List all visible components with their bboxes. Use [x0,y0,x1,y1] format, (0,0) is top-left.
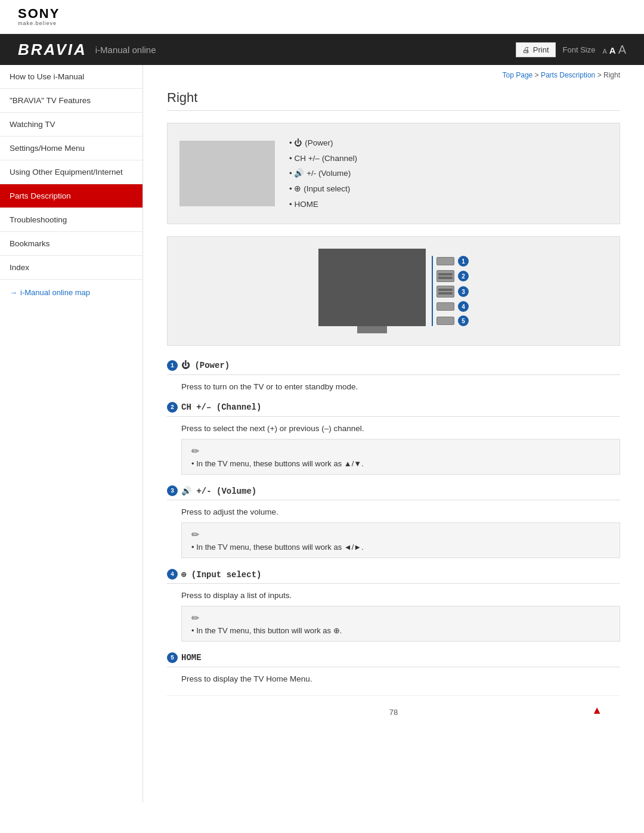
button-panel-area: 1 2 3 [432,256,469,326]
main-layout: How to Use i-Manual "BRAVIA" TV Features… [0,65,644,803]
btn-chip-ch [436,270,454,282]
section-3-desc: Press to adjust the volume. [167,507,620,516]
note-3-item: In the TV menu, these buttons will work … [191,543,610,552]
section-3-heading: 3 🔊 +/- (Volume) [167,485,620,496]
btn-label-1: 1 [458,256,469,267]
font-small-button[interactable]: A [602,48,606,55]
btn-label-4: 4 [458,301,469,312]
font-size-label: Font Size [563,45,596,54]
section-4-num: 4 [167,569,178,580]
sidebar-item-bravia-features[interactable]: "BRAVIA" TV Features [0,89,143,113]
section-5-heading: 5 HOME [167,652,620,663]
note-4-item: In the TV menu, this button will work as… [191,626,610,635]
btn-chip-vol [436,286,454,298]
page-footer: 78 ▲ [167,695,620,729]
btn-row-1: 1 [436,256,469,267]
section-3-num: 3 [167,485,178,496]
section-4-heading: 4 ⊕ (Input select) [167,569,620,580]
btn-label-5: 5 [458,315,469,326]
section-1-desc: Press to turn on the TV or to enter stan… [167,382,620,391]
section-4-note: ✏ In the TV menu, this button will work … [181,606,620,642]
btn-row-5: 5 [436,315,469,326]
font-large-button[interactable]: A [618,43,626,57]
top-header: SONY make.believe [0,0,644,34]
section-power: 1 ⏻ (Power) Press to turn on the TV or t… [167,360,620,391]
arrow-icon: → [10,288,17,297]
button-chips: 1 2 3 [436,256,469,326]
section-1-title: ⏻ (Power) [181,361,230,370]
note-icon-4: ✏ [191,612,610,624]
btn-row-2: 2 [436,270,469,282]
tv-diagram-container [318,249,426,333]
bravia-logo: BRAVIA [18,41,87,59]
tv-diagram [318,249,426,326]
overview-box: ⏻ (Power) CH +/– (Channel) 🔊 +/- (Volume… [167,123,620,224]
back-to-top-button[interactable]: ▲ [592,704,602,717]
page-title: Right [167,84,620,111]
sidebar-item-bookmarks[interactable]: Bookmarks [0,232,143,256]
section-5-desc: Press to display the TV Home Menu. [167,674,620,683]
sidebar-item-parts-description[interactable]: Parts Description [0,184,143,208]
section-5-title: HOME [181,653,202,662]
bravia-subtitle: i-Manual online [95,45,156,55]
breadcrumb-top-page[interactable]: Top Page [503,71,533,79]
section-input: 4 ⊕ (Input select) Press to display a li… [167,569,620,642]
btn-chip-home [436,317,454,325]
section-2-note: ✏ In the TV menu, these buttons will wor… [181,439,620,475]
btn-chip-input [436,302,454,311]
sidebar-item-how-to-use[interactable]: How to Use i-Manual [0,65,143,89]
section-2-num: 2 [167,402,178,413]
content-area: Top Page > Parts Description > Right Rig… [143,65,644,803]
section-3-note: ✏ In the TV menu, these buttons will wor… [181,522,620,558]
overview-item-input: ⊕ (Input select) [289,181,357,197]
btn-row-3: 3 [436,286,469,298]
bravia-bar: BRAVIA i-Manual online 🖨 Print Font Size… [0,34,644,65]
font-size-controls: A A A [602,43,626,57]
overview-item-home: HOME [289,197,357,212]
sony-logo: SONY make.believe [18,7,626,26]
overview-item-volume: 🔊 +/- (Volume) [289,166,357,181]
sidebar-item-index[interactable]: Index [0,256,143,280]
overview-list: ⏻ (Power) CH +/– (Channel) 🔊 +/- (Volume… [289,135,357,212]
section-2-heading: 2 CH +/– (Channel) [167,402,620,413]
section-volume: 3 🔊 +/- (Volume) Press to adjust the vol… [167,485,620,558]
connector-line [432,256,433,326]
sidebar-item-other-equipment[interactable]: Using Other Equipment/Internet [0,160,143,184]
section-2-title: CH +/– (Channel) [181,402,261,412]
section-4-title: ⊕ (Input select) [181,569,261,580]
note-2-item: In the TV menu, these buttons will work … [191,459,610,468]
section-home: 5 HOME Press to display the TV Home Menu… [167,652,620,683]
btn-chip-power [436,257,454,265]
section-channel: 2 CH +/– (Channel) Press to select the n… [167,402,620,475]
btn-label-3: 3 [458,286,469,297]
sidebar: How to Use i-Manual "BRAVIA" TV Features… [0,65,143,803]
section-3-title: 🔊 +/- (Volume) [181,486,256,496]
sidebar-item-settings[interactable]: Settings/Home Menu [0,137,143,160]
note-icon-2: ✏ [191,445,610,457]
section-4-desc: Press to display a list of inputs. [167,591,620,600]
print-icon: 🖨 [522,45,530,54]
section-2-desc: Press to select the next (+) or previous… [167,424,620,433]
sidebar-item-troubleshooting[interactable]: Troubleshooting [0,208,143,232]
font-medium-button[interactable]: A [609,45,616,55]
overview-item-channel: CH +/– (Channel) [289,151,357,166]
tv-thumbnail-overview [179,141,275,206]
tv-stand [357,326,387,333]
bravia-controls: 🖨 Print Font Size A A A [516,42,626,57]
breadcrumb: Top Page > Parts Description > Right [167,65,620,84]
note-icon-3: ✏ [191,529,610,540]
imanual-map-link[interactable]: → i-Manual online map [0,280,143,305]
btn-row-4: 4 [436,301,469,312]
breadcrumb-current: Right [603,71,620,79]
page-number: 78 [389,708,398,717]
btn-label-2: 2 [458,271,469,281]
breadcrumb-parts-description[interactable]: Parts Description [541,71,595,79]
print-button[interactable]: 🖨 Print [516,42,556,57]
sidebar-item-watching-tv[interactable]: Watching TV [0,113,143,137]
diagram-box: 1 2 3 [167,236,620,346]
bravia-title-group: BRAVIA i-Manual online [18,41,156,59]
overview-item-power: ⏻ (Power) [289,135,357,151]
section-5-num: 5 [167,652,178,663]
section-1-num: 1 [167,360,178,371]
section-1-heading: 1 ⏻ (Power) [167,360,620,371]
